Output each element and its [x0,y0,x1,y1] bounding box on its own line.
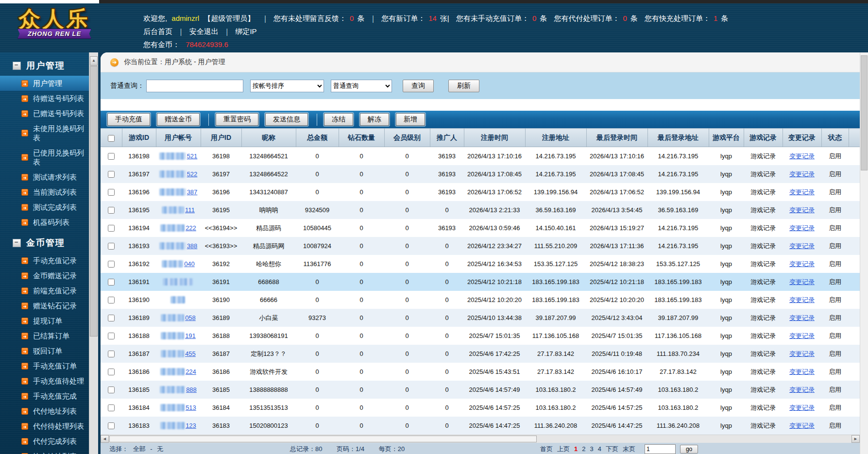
sidebar-section-title[interactable]: −用户管理 [0,52,89,76]
sidebar-scrollbar-thumb[interactable] [90,66,98,336]
column-header-变更记录[interactable]: 变更记录 [783,129,821,147]
account-link[interactable]: 522 [187,170,198,178]
column-header-游戏ID[interactable]: 游戏ID [122,129,156,147]
select-all-link[interactable]: 全部 [133,445,146,453]
change-log-link[interactable]: 变更记录 [789,386,815,393]
change-log-link[interactable]: 变更记录 [789,422,815,429]
account-link[interactable]: 387 [187,188,198,196]
vertical-scrollbar[interactable] [860,52,868,454]
select-all-checkbox[interactable] [108,135,115,142]
page-number-2[interactable]: 2 [582,443,585,454]
account-link[interactable]: 111 [185,206,195,214]
account-link[interactable]: 888 [186,386,197,393]
row-checkbox[interactable] [108,153,115,160]
row-checkbox[interactable] [108,404,115,411]
change-log-link[interactable]: 变更记录 [789,278,815,286]
sidebar-item-代付完成列表[interactable]: ➜代付完成列表 [0,434,89,449]
sidebar-item-代付待处理列表[interactable]: ➜代付待处理列表 [0,419,89,434]
column-header-游戏记录[interactable]: 游戏记录 [744,129,783,147]
last-page-link[interactable]: 末页 [623,443,635,454]
row-checkbox[interactable] [108,351,115,357]
column-header-昵称[interactable]: 昵称 [241,129,296,147]
account-link[interactable]: 040 [184,260,195,268]
account-link[interactable]: 058 [185,314,196,321]
header-nav-link[interactable]: 后台首页 [143,27,172,35]
sidebar-item-前端充值记录[interactable]: ➜前端充值记录 [0,283,89,298]
row-checkbox[interactable] [108,387,115,393]
row-checkbox[interactable] [108,297,115,303]
column-header-总金额[interactable]: 总金额 [296,129,339,147]
change-log-link[interactable]: 变更记录 [789,296,815,303]
change-log-link[interactable]: 变更记录 [789,206,815,214]
change-log-link[interactable]: 变更记录 [789,224,815,232]
first-page-link[interactable]: 首页 [540,443,553,454]
column-header-管理[interactable]: 管理 [849,129,860,147]
refresh-button[interactable]: 刷新 [448,80,479,92]
collapse-icon[interactable]: − [13,62,21,70]
change-log-link[interactable]: 变更记录 [789,332,815,339]
search-input[interactable] [146,80,243,92]
column-header-最后登录时间[interactable]: 最后登录时间 [586,129,647,147]
toolbar-button-重置密码[interactable]: 重置密码 [216,113,258,126]
account-link[interactable]: 521 [187,152,198,160]
change-log-link[interactable]: 变更记录 [789,260,815,268]
column-header-钻石数量[interactable]: 钻石数量 [339,129,384,147]
header-nav-link[interactable]: 绑定IP [235,27,256,35]
sidebar-item-待赠送号码列表[interactable]: ➜待赠送号码列表 [0,91,89,106]
scroll-left-icon[interactable]: ◀ [101,435,109,443]
column-header-游戏平台[interactable]: 游戏平台 [709,129,744,147]
change-log-link[interactable]: 变更记录 [789,404,815,411]
change-log-link[interactable]: 变更记录 [789,368,815,375]
scroll-up-icon[interactable]: ▲ [90,56,98,66]
app-logo[interactable]: 众人乐 ZHONG REN LE [14,6,95,39]
row-checkbox[interactable] [108,369,115,375]
sidebar-item-提现订单[interactable]: ➜提现订单 [0,313,89,328]
account-link[interactable]: 388 [187,242,198,250]
column-header-用户帐号[interactable]: 用户帐号 [156,129,201,147]
goto-page-input[interactable] [645,444,676,454]
toolbar-button-新增[interactable]: 新增 [396,113,425,126]
collapse-icon[interactable]: − [13,239,21,247]
column-header-状态[interactable]: 状态 [821,129,849,147]
row-checkbox[interactable] [108,207,115,214]
scroll-right-icon[interactable]: ▶ [851,435,860,443]
column-header-注册地址[interactable]: 注册地址 [525,129,586,147]
sidebar-item-手动充值订单[interactable]: ➜手动充值订单 [0,358,89,373]
toolbar-button-发送信息[interactable]: 发送信息 [265,113,308,126]
sidebar-item-已结算订单[interactable]: ➜已结算订单 [0,328,89,343]
sidebar-item-手动充值记录[interactable]: ➜手动充值记录 [0,253,89,268]
column-header-注册时间[interactable]: 注册时间 [464,129,525,147]
column-header-最后登录地址[interactable]: 最后登录地址 [647,129,709,147]
account-link[interactable]: 513 [186,404,196,411]
vertical-scrollbar-thumb[interactable] [861,55,868,170]
toolbar-button-解冻[interactable]: 解冻 [360,113,389,126]
sidebar-item-金币赠送记录[interactable]: ➜金币赠送记录 [0,268,89,283]
sidebar-item-机器码列表[interactable]: ➜机器码列表 [0,215,89,230]
change-log-link[interactable]: 变更记录 [789,242,815,250]
row-checkbox[interactable] [108,225,115,232]
sidebar-item-已使用兑换码列表[interactable]: ➜已使用兑换码列表 [0,145,89,169]
sidebar-item-当前测试列表[interactable]: ➜当前测试列表 [0,185,89,200]
page-number-4[interactable]: 4 [598,443,601,454]
sidebar-item-已赠送号码列表[interactable]: ➜已赠送号码列表 [0,106,89,121]
sidebar-item-手动充值待处理[interactable]: ➜手动充值待处理 [0,373,89,388]
horizontal-scrollbar-thumb[interactable] [109,436,537,442]
change-log-link[interactable]: 变更记录 [789,350,815,357]
sidebar-item-测试完成列表[interactable]: ➜测试完成列表 [0,200,89,215]
toolbar-button-冻结[interactable]: 冻结 [324,113,353,126]
sidebar-item-赠送钻石记录[interactable]: ➜赠送钻石记录 [0,298,89,313]
select-none-link[interactable]: 无 [157,445,163,453]
row-checkbox[interactable] [108,315,115,321]
sidebar-item-测试请求列表[interactable]: ➜测试请求列表 [0,169,89,185]
sidebar-item-代付地址列表[interactable]: ➜代付地址列表 [0,404,89,419]
horizontal-scrollbar[interactable]: ◀ ▶ [101,435,868,443]
sidebar-item-未使用兑换码列表[interactable]: ➜未使用兑换码列表 [0,121,89,145]
row-checkbox[interactable] [108,422,115,429]
prev-page-link[interactable]: 上页 [557,443,570,454]
account-link[interactable]: 191 [185,332,196,339]
sidebar-item-手动充值完成[interactable]: ➜手动充值完成 [0,388,89,404]
sort-select[interactable]: 按帐号排序 [250,80,324,92]
next-page-link[interactable]: 下页 [606,443,618,454]
account-link[interactable]: 123 [186,422,196,429]
toolbar-button-手动充值[interactable]: 手动充值 [107,113,150,126]
